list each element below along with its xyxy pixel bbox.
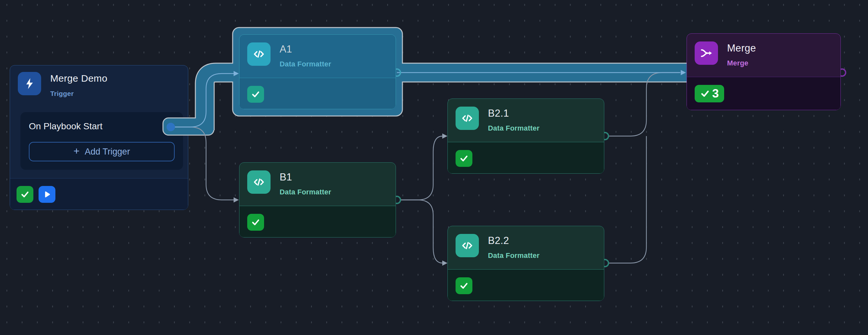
node-b22-card[interactable]: B2.2 Data Formatter xyxy=(447,226,604,301)
b22-footer xyxy=(448,269,604,301)
highlight-band xyxy=(205,72,238,130)
arrow-into-merge xyxy=(681,70,686,75)
b1-header: B1 Data Formatter xyxy=(240,163,396,206)
merge-footer: 3 xyxy=(687,77,840,110)
code-icon xyxy=(247,171,271,194)
b22-header: B2.2 Data Formatter xyxy=(448,226,604,269)
node-title: B2.1 xyxy=(488,108,509,119)
success-status-badge[interactable] xyxy=(456,150,472,167)
success-status-badge[interactable] xyxy=(456,277,472,294)
check-icon xyxy=(459,281,469,291)
success-status-badge[interactable] xyxy=(247,214,264,231)
node-subtitle: Trigger xyxy=(50,90,74,97)
success-count-badge[interactable]: 3 xyxy=(695,85,724,102)
check-icon xyxy=(251,89,260,99)
code-icon xyxy=(456,106,479,130)
trigger-footer xyxy=(10,178,188,210)
node-title: B1 xyxy=(280,172,292,183)
add-trigger-label: Add Trigger xyxy=(85,147,130,157)
a1-footer xyxy=(240,78,396,109)
node-a1-card[interactable]: A1 Data Formatter xyxy=(239,34,396,109)
arrow-into-a1 xyxy=(234,71,239,76)
check-icon xyxy=(700,88,710,99)
node-b1-card[interactable]: B1 Data Formatter xyxy=(239,162,396,238)
arrow-into-b22 xyxy=(442,261,447,266)
success-count: 3 xyxy=(712,87,719,100)
check-icon xyxy=(20,189,30,199)
trigger-output-port[interactable] xyxy=(166,123,175,131)
highlight-band-border xyxy=(205,72,238,130)
merge-header: Merge Merge xyxy=(687,34,840,77)
run-playbook-badge[interactable] xyxy=(38,186,55,203)
merge-icon xyxy=(695,41,718,65)
node-subtitle: Data Formatter xyxy=(280,60,331,68)
node-title: Merge Demo xyxy=(50,73,107,84)
b21-footer xyxy=(448,142,604,173)
node-subtitle: Data Formatter xyxy=(488,251,539,260)
edge-b22-to-merge xyxy=(605,136,646,263)
plus-icon: + xyxy=(73,145,80,157)
edge-b1-to-b21 xyxy=(397,136,442,200)
edge-b21-to-merge xyxy=(605,72,680,136)
trigger-header: Merge Demo Trigger xyxy=(10,65,188,109)
node-title: B2.2 xyxy=(488,235,509,247)
arrow-into-b21 xyxy=(442,133,447,139)
check-icon xyxy=(459,154,469,163)
arrow-into-b1 xyxy=(234,197,239,203)
node-trigger-card[interactable]: Merge Demo Trigger On Playbook Start + A… xyxy=(10,65,188,210)
node-subtitle: Data Formatter xyxy=(488,124,539,132)
success-status-badge[interactable] xyxy=(17,186,33,203)
add-trigger-button[interactable]: + Add Trigger xyxy=(29,142,175,161)
check-icon xyxy=(251,217,260,227)
trigger-item-label[interactable]: On Playbook Start xyxy=(29,121,102,131)
node-title: A1 xyxy=(280,43,292,55)
b1-footer xyxy=(240,206,396,237)
node-merge-card[interactable]: Merge Merge 3 xyxy=(687,33,841,110)
success-status-badge[interactable] xyxy=(247,86,264,103)
trigger-list-panel[interactable]: On Playbook Start + Add Trigger xyxy=(21,112,183,170)
node-subtitle: Data Formatter xyxy=(280,188,331,196)
code-icon xyxy=(456,234,479,257)
node-title: Merge xyxy=(727,42,756,54)
playbook-canvas[interactable]: Merge Demo Trigger On Playbook Start + A… xyxy=(0,0,868,335)
code-icon xyxy=(247,42,271,66)
node-subtitle: Merge xyxy=(727,59,748,67)
lightning-bolt-icon xyxy=(18,72,41,95)
a1-header: A1 Data Formatter xyxy=(240,35,396,78)
play-icon xyxy=(42,190,52,199)
node-b21-card[interactable]: B2.1 Data Formatter xyxy=(447,98,604,174)
edge-b1-to-b22 xyxy=(397,200,442,263)
b21-header: B2.1 Data Formatter xyxy=(448,99,604,142)
